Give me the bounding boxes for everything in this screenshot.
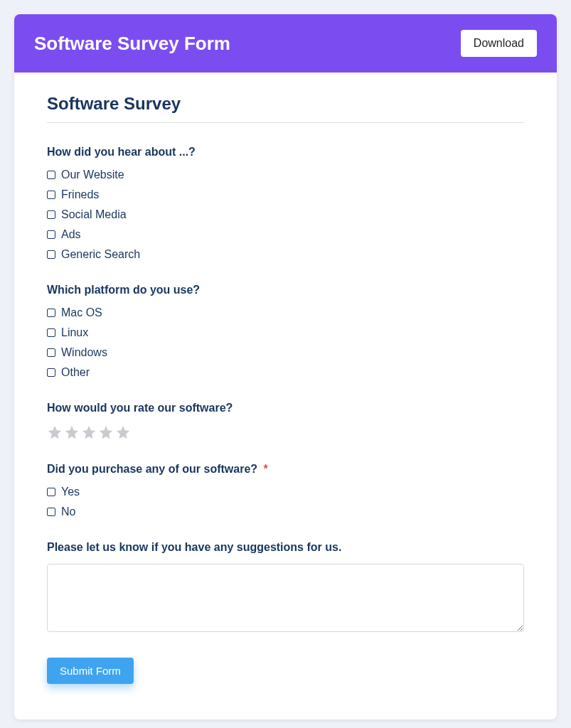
checkbox-icon[interactable] xyxy=(47,171,55,179)
suggestions-textarea[interactable] xyxy=(47,564,524,632)
option-label: Other xyxy=(61,366,90,379)
survey-card: Software Survey Form Download Software S… xyxy=(14,14,557,719)
option-ads[interactable]: Ads xyxy=(47,228,524,241)
option-social-media[interactable]: Social Media xyxy=(47,208,524,221)
question-hear-about: How did you hear about ...? Our Website … xyxy=(47,146,524,261)
checkbox-icon[interactable] xyxy=(47,250,55,259)
checkbox-icon[interactable] xyxy=(47,368,55,377)
option-label: Our Website xyxy=(61,168,124,181)
submit-button[interactable]: Submit Form xyxy=(47,658,134,684)
option-our-website[interactable]: Our Website xyxy=(47,168,524,181)
question-label-text: Did you purchase any of our software? xyxy=(47,463,257,475)
option-label: Frineds xyxy=(61,188,99,201)
checkbox-icon[interactable] xyxy=(47,348,55,357)
question-rating: How would you rate our software? xyxy=(47,402,524,440)
option-label: Generic Search xyxy=(61,248,140,261)
header: Software Survey Form Download xyxy=(14,14,557,73)
question-suggestions: Please let us know if you have any sugge… xyxy=(47,541,524,635)
option-label: Linux xyxy=(61,326,88,339)
option-label: Windows xyxy=(61,346,107,359)
question-label: Which platform do you use? xyxy=(47,284,524,296)
checkbox-icon[interactable] xyxy=(47,508,55,516)
option-linux[interactable]: Linux xyxy=(47,326,524,339)
star-icon[interactable] xyxy=(115,424,131,440)
option-windows[interactable]: Windows xyxy=(47,346,524,359)
option-other[interactable]: Other xyxy=(47,366,524,379)
star-icon[interactable] xyxy=(47,424,63,440)
required-marker: * xyxy=(264,463,268,475)
form-title: Software Survey xyxy=(47,94,524,123)
header-title: Software Survey Form xyxy=(34,33,230,55)
checkbox-icon[interactable] xyxy=(47,488,55,496)
question-purchase: Did you purchase any of our software? * … xyxy=(47,463,524,518)
option-label: No xyxy=(61,505,75,518)
checkbox-icon[interactable] xyxy=(47,210,55,219)
form-body: Software Survey How did you hear about .… xyxy=(14,73,557,719)
checkbox-icon[interactable] xyxy=(47,328,55,337)
question-label: Please let us know if you have any sugge… xyxy=(47,541,524,554)
option-label: Social Media xyxy=(61,208,127,221)
option-label: Ads xyxy=(61,228,81,241)
option-generic-search[interactable]: Generic Search xyxy=(47,248,524,261)
option-label: Yes xyxy=(61,486,80,498)
option-label: Mac OS xyxy=(61,306,102,319)
question-label: How would you rate our software? xyxy=(47,402,524,414)
star-rating xyxy=(47,424,524,440)
checkbox-icon[interactable] xyxy=(47,191,55,199)
checkbox-icon[interactable] xyxy=(47,309,55,317)
option-yes[interactable]: Yes xyxy=(47,486,524,498)
star-icon[interactable] xyxy=(64,424,80,440)
question-platform: Which platform do you use? Mac OS Linux … xyxy=(47,284,524,379)
star-icon[interactable] xyxy=(81,424,97,440)
download-button[interactable]: Download xyxy=(461,30,537,57)
option-no[interactable]: No xyxy=(47,505,524,518)
checkbox-icon[interactable] xyxy=(47,230,55,239)
star-icon[interactable] xyxy=(98,424,114,440)
question-label: How did you hear about ...? xyxy=(47,146,524,159)
option-friends[interactable]: Frineds xyxy=(47,188,524,201)
question-label: Did you purchase any of our software? * xyxy=(47,463,524,476)
option-macos[interactable]: Mac OS xyxy=(47,306,524,319)
